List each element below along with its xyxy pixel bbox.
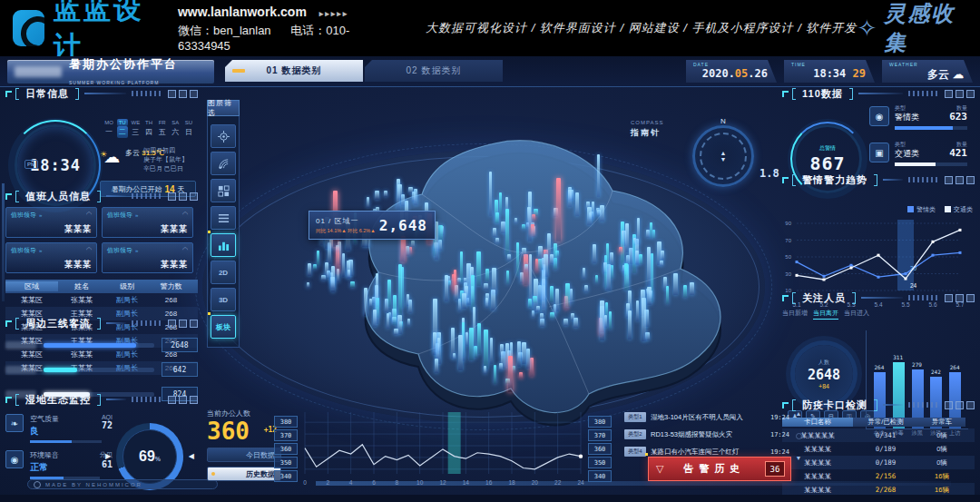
history-data-button[interactable]: 历史数据 <box>207 467 281 481</box>
data-bar <box>570 289 573 303</box>
today-data-button[interactable]: 今日数据 <box>207 448 281 462</box>
corner-dot-decor <box>362 57 365 60</box>
legend-item[interactable]: 交通类 <box>945 205 973 214</box>
tab-data-category-2[interactable]: 02 数据类别 <box>365 60 503 82</box>
time-seconds: 29 <box>853 67 866 80</box>
duty-card[interactable]: 值班领导»◠某某某 <box>5 242 97 273</box>
flow-bar <box>44 343 136 348</box>
data-bar <box>476 251 481 287</box>
panel-controls[interactable] <box>168 396 198 404</box>
panel-controls[interactable] <box>945 176 975 184</box>
mom-value: 6.2%▲ <box>359 228 376 233</box>
duty-card[interactable]: 值班领导»◠某某某 <box>5 207 97 238</box>
table-row: 某某某某2/26816辆 <box>782 483 975 497</box>
eco-label: 环境噪音 <box>30 450 100 460</box>
data-bar <box>485 298 488 308</box>
platform-title: 暑期办公协作平台 SUMMER WORKING PLATFORM <box>7 60 214 84</box>
layer-button-3D[interactable]: 3D <box>211 288 236 311</box>
scroll-down-icon[interactable]: ▼ <box>796 455 802 461</box>
data-bar <box>555 289 559 311</box>
weekday-en: FR <box>157 119 168 126</box>
arrow-left-icon[interactable]: ▶ <box>105 452 111 460</box>
list-icon <box>218 212 230 224</box>
alert-type-badge: 类型1 <box>624 412 646 422</box>
duty-card[interactable]: 值班领导»◠某某某 <box>102 242 193 273</box>
scroll-up-icon[interactable]: ▲ <box>796 410 802 417</box>
follow-tab[interactable]: 当日进入 <box>844 309 869 320</box>
panel-header: 防疫卡口检测 <box>782 398 975 412</box>
data-bar <box>647 287 651 306</box>
data-bar <box>471 275 475 310</box>
layer-filter-title: 图层筛选 <box>207 100 240 116</box>
compass[interactable]: N ▲▼ <box>692 125 754 187</box>
panel-daily-info: 日常信息 PM 18:34 MOTUWETHFRSASU 一二三四五六日 ☁☀ … <box>5 86 198 188</box>
data-bar <box>438 240 442 251</box>
duty-card[interactable]: 值班领导»◠某某某 <box>102 207 193 238</box>
layer-button-2D[interactable]: 2D <box>211 261 236 284</box>
alert-row[interactable]: 类型2RD13-53烟感报警疑似火灾17:24 <box>624 428 789 441</box>
panel-controls[interactable] <box>945 294 975 302</box>
inspiration-collect[interactable]: ✧ 灵感收集 <box>857 0 964 57</box>
data-bar <box>619 247 622 253</box>
data-bar <box>469 328 474 360</box>
data-bar <box>535 259 538 271</box>
table-header: 区域 <box>5 281 58 291</box>
alert-row[interactable]: 类型1湿地3-104片区有不明人员闯入19:24 <box>624 410 789 424</box>
data-bar <box>499 192 502 215</box>
data-bar <box>565 283 569 307</box>
data-bar <box>532 214 535 220</box>
duty-name: 某某某 <box>11 223 92 235</box>
layer-button-locate[interactable] <box>211 124 236 148</box>
panel-controls[interactable] <box>945 401 975 409</box>
data-bar <box>393 295 397 325</box>
close-icon[interactable]: ◠ <box>182 211 188 218</box>
close-icon[interactable]: ◠ <box>86 211 92 218</box>
yaxis-tick: 370 <box>588 429 612 441</box>
dots-decor <box>132 320 162 326</box>
follow-tab[interactable]: 当日新增 <box>782 309 808 320</box>
compass-north: N <box>720 117 726 125</box>
map-tooltip[interactable]: 01 / 区域一 同比 14.1%▲ 环比 6.2%▲ 2,648 <box>309 211 436 240</box>
layer-button-chart[interactable] <box>211 233 236 257</box>
legend-item[interactable]: 警情类 <box>907 205 936 214</box>
grid-icon <box>218 185 230 197</box>
yoy-value: 14.1%▲ <box>328 228 347 233</box>
data-bar <box>571 313 574 320</box>
flow-track <box>44 368 154 372</box>
layer-button-signal[interactable] <box>211 152 236 175</box>
layer-button-list[interactable] <box>211 206 236 230</box>
data-bar <box>477 323 481 354</box>
svg-text:20: 20 <box>532 479 539 486</box>
duty-name: 某某某 <box>107 223 188 235</box>
arrow-right-icon[interactable]: ◀ <box>189 452 194 460</box>
data-bar <box>522 248 525 255</box>
svg-text:6: 6 <box>372 479 376 486</box>
tab-data-category-1[interactable]: 01 数据类别 <box>225 60 363 82</box>
layer-button-grid[interactable] <box>211 179 236 202</box>
data-bar <box>435 359 438 373</box>
weekday-en: TH <box>143 119 154 126</box>
weekday-cn: 二 <box>117 126 128 138</box>
data-bar <box>635 251 639 264</box>
panel-controls[interactable] <box>168 90 198 98</box>
follow-tab[interactable]: 当日离开 <box>813 309 838 320</box>
data-bar <box>507 254 511 260</box>
divider <box>106 399 126 400</box>
map-3d-view[interactable]: 01 / 区域一 同比 14.1%▲ 环比 6.2%▲ 2,648 COMPAS… <box>195 84 785 465</box>
close-icon[interactable]: ◠ <box>182 246 188 253</box>
data-bar <box>533 296 537 303</box>
close-icon[interactable]: ◠ <box>86 246 92 253</box>
panel-controls[interactable] <box>945 90 975 98</box>
table-row: 某某区张某某副局长268 <box>5 293 198 307</box>
corner-mark <box>782 295 789 301</box>
data-bar <box>433 332 436 356</box>
scroll-dot-icon[interactable] <box>796 433 802 439</box>
panel-controls[interactable] <box>168 192 198 201</box>
layer-button-板块[interactable]: 板块 <box>211 315 236 339</box>
panel-controls[interactable] <box>168 320 198 328</box>
eco-progress <box>30 440 102 443</box>
site-url[interactable]: www.lanlanwork.com <box>178 5 307 19</box>
data-bar <box>595 275 598 283</box>
table-header: 异常/已检测 <box>853 418 918 427</box>
alert-history-banner[interactable]: ▽ 告警历史 36 <box>648 457 791 481</box>
